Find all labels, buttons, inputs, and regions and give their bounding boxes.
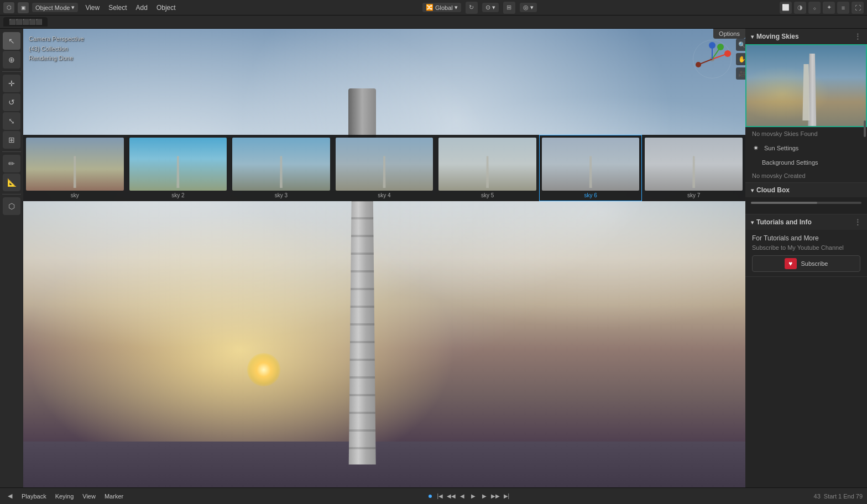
sky-thumb-6[interactable]: sky 6 — [539, 135, 643, 201]
moving-skies-chevron: ▾ — [751, 34, 754, 40]
top-bar-right: ⬜ ◑ ⬦ ✦ ≡ ⛶ — [780, 2, 864, 14]
sky-thumb-label-6: sky 6 — [584, 192, 597, 198]
cloud-box-header[interactable]: ▾ Cloud Box — [745, 183, 867, 197]
svg-point-2 — [724, 50, 731, 57]
snap-btn[interactable]: ⊞ — [503, 2, 515, 14]
header-tabs: ⬛⬛⬛⬛⬛ — [0, 15, 867, 29]
viewport[interactable]: Camera Perspective (43) Collection Rende… — [23, 29, 745, 487]
right-panel: ▾ Moving Skies ⋮ No movsky Skies Found ✷… — [745, 29, 867, 487]
object-mode-chevron: ▾ — [71, 4, 75, 11]
viewport-nav-icons[interactable]: 🔍 ✋ 🎥 — [736, 39, 745, 80]
sun-glow — [247, 353, 280, 386]
subscribe-button[interactable]: ♥ Subscribe — [752, 255, 860, 272]
timeline-position — [429, 495, 432, 498]
sky-thumb-3[interactable]: sky 3 — [229, 135, 333, 201]
sky-thumb-img-7 — [645, 138, 743, 191]
moving-skies-preview[interactable] — [745, 44, 867, 127]
top-bar-center: 🔀 Global ▾ ↻ ⊙▾ ⊞ ◎▾ — [183, 2, 776, 14]
moving-skies-header[interactable]: ▾ Moving Skies ⋮ — [745, 29, 867, 44]
navigation-gizmo[interactable]: 🔍 ✋ 🎥 — [690, 37, 734, 81]
menu-view[interactable]: View — [81, 3, 103, 13]
object-mode-label: Object Mode — [35, 4, 70, 11]
tool-move[interactable]: ✛ — [3, 75, 20, 92]
sky-thumb-label-7: sky 7 — [687, 192, 700, 198]
prev-keyframe-btn[interactable]: ◀ — [457, 491, 467, 501]
viewport-shading-solid[interactable]: ⬜ — [780, 2, 792, 14]
object-mode-dropdown[interactable]: Object Mode ▾ — [32, 3, 78, 12]
menu-playback[interactable]: Playback — [19, 492, 49, 501]
fullscreen[interactable]: ⛶ — [852, 2, 864, 14]
sky-thumb-label-2: sky 2 — [171, 192, 184, 198]
start-frame: 1 — [838, 493, 842, 500]
tool-separator-3 — [2, 194, 21, 195]
viewport-overlays[interactable]: ⬦ — [808, 2, 821, 14]
next-frame-btn[interactable]: ▶▶ — [490, 491, 500, 501]
camera-icon[interactable]: 🎥 — [736, 67, 745, 80]
menu-select[interactable]: Select — [105, 3, 130, 13]
next-keyframe-btn[interactable]: ▶ — [479, 491, 489, 501]
scroll-indicator — [864, 120, 866, 137]
end-label: End — [843, 493, 854, 500]
tool-select[interactable]: ↖ — [3, 32, 20, 50]
moving-skies-menu[interactable]: ⋮ — [854, 32, 861, 41]
cloud-box-slider[interactable] — [751, 202, 861, 204]
cloud-box-slider-fill — [751, 202, 817, 204]
menu-view-bottom[interactable]: View — [80, 492, 98, 501]
menu-keying[interactable]: Keying — [53, 492, 77, 501]
top-menu: View Select Add Object — [81, 3, 179, 13]
preview-sun — [746, 45, 866, 126]
camera-perspective-label: Camera Perspective — [29, 34, 84, 44]
lighthouse-body — [343, 201, 382, 464]
tool-transform[interactable]: ⊞ — [3, 131, 20, 149]
global-label: Global — [435, 4, 453, 11]
sky-thumb-label-1: sky — [71, 192, 79, 198]
tool-add[interactable]: ⬡ — [3, 197, 20, 215]
tool-rotate[interactable]: ↺ — [3, 93, 20, 111]
proportional-dropdown[interactable]: ◎▾ — [520, 3, 537, 12]
menu-add[interactable]: Add — [132, 3, 152, 13]
blender-logo: ⬡ — [3, 2, 14, 13]
sky-thumb-5[interactable]: sky 5 — [436, 135, 539, 201]
transform-btn[interactable]: ↻ — [466, 2, 478, 14]
workspace-icon: ⬛⬛⬛⬛⬛ — [3, 17, 48, 27]
cloud-box-chevron: ▾ — [751, 187, 754, 193]
tool-measure[interactable]: 📐 — [3, 174, 20, 191]
mode-icon: ▣ — [18, 2, 29, 13]
top-bar: ⬡ ▣ Object Mode ▾ View Select Add Object… — [0, 0, 867, 15]
tool-annotate[interactable]: ✏ — [3, 155, 20, 172]
options-button[interactable]: Options — [713, 29, 745, 39]
tutorials-header[interactable]: ▾ Tutorials and Info ⋮ — [745, 214, 867, 230]
play-btn[interactable]: ▶ — [468, 491, 478, 501]
menu-marker[interactable]: Marker — [102, 492, 126, 501]
sun-settings-label: Sun Settings — [764, 145, 798, 151]
sky-thumb-7[interactable]: sky 7 — [642, 135, 745, 201]
zoom-extents-icon[interactable]: 🔍 — [736, 39, 745, 51]
moving-skies-title: Moving Skies — [756, 33, 799, 40]
cloud-box-title: Cloud Box — [756, 186, 790, 194]
sky-thumb-4[interactable]: sky 4 — [333, 135, 436, 201]
jump-end-btn[interactable]: ▶| — [502, 491, 511, 501]
sky-thumb-2[interactable]: sky 2 — [127, 135, 230, 201]
editor-type[interactable]: ≡ — [837, 2, 849, 14]
sky-thumbnails-panel: sky sky 2 sky 3 sky 4 sky 5 sky 6 sky 7 — [23, 135, 745, 201]
menu-object[interactable]: Object — [153, 3, 180, 13]
global-icon: 🔀 — [426, 4, 433, 11]
viewport-gizmos[interactable]: ✦ — [823, 2, 835, 14]
tutorials-chevron: ▾ — [751, 219, 754, 225]
tool-cursor[interactable]: ⊕ — [3, 51, 20, 69]
tool-scale[interactable]: ⤡ — [3, 112, 20, 130]
sun-settings-icon: ✷ — [751, 143, 761, 153]
transform-pivot-dropdown[interactable]: ⊙▾ — [482, 3, 499, 12]
background-settings-icon — [751, 159, 759, 166]
global-dropdown[interactable]: 🔀 Global ▾ — [422, 3, 461, 12]
tutorials-menu[interactable]: ⋮ — [854, 218, 861, 227]
sky-thumb-1[interactable]: sky — [23, 135, 127, 201]
prev-frame-btn[interactable]: ◀◀ — [446, 491, 456, 501]
jump-start-btn[interactable]: |◀ — [435, 491, 445, 501]
render-status-label: Rendering Done — [29, 54, 84, 64]
sun-settings-row[interactable]: ✷ Sun Settings — [745, 140, 867, 156]
viewport-shading-render[interactable]: ◑ — [794, 2, 806, 14]
background-settings-row[interactable]: Background Settings — [745, 156, 867, 169]
scene-icon[interactable]: ◀ — [4, 491, 15, 502]
pan-icon[interactable]: ✋ — [736, 53, 745, 65]
